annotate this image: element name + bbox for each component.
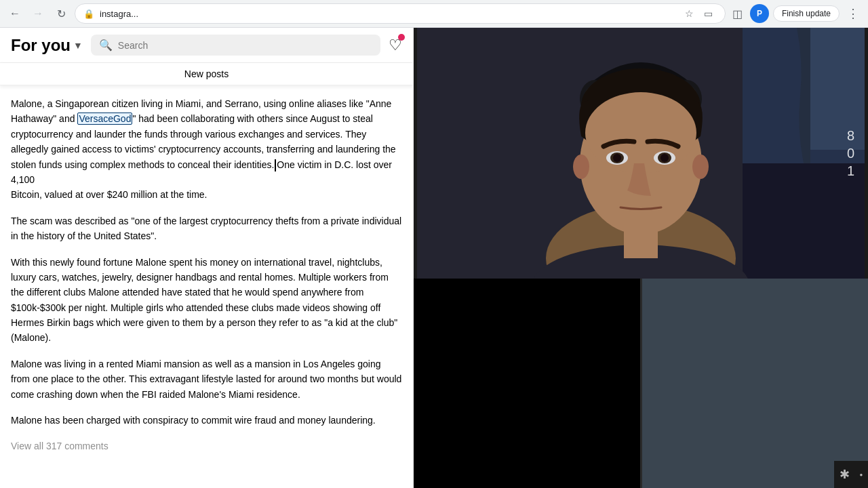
address-bar-actions: ☆ ▭ xyxy=(682,5,717,22)
paragraph-3: With this newly found fortune Malone spe… xyxy=(11,255,402,346)
video-bottom-grid xyxy=(414,279,868,488)
video-number-8: 8 xyxy=(847,127,854,144)
chevron-down-icon: ▼ xyxy=(73,40,83,51)
video-bottom-left xyxy=(414,279,640,488)
more-options-button[interactable]: ⋮ xyxy=(844,4,863,23)
paragraph-4: Malone was living in a rented Miami mans… xyxy=(11,357,402,402)
person-video xyxy=(414,28,868,279)
browser-toolbar: ← → ↻ 🔒 ☆ ▭ ◫ P Finish update ⋮ xyxy=(0,0,868,27)
notification-badge xyxy=(398,34,405,41)
article-text: Malone, a Singaporean citizen living in … xyxy=(11,96,402,454)
instagram-header: For you ▼ 🔍 ♡ xyxy=(0,28,413,63)
video-panel: 8 0 1 ✱ ● xyxy=(414,28,868,488)
new-posts-banner[interactable]: New posts xyxy=(0,63,413,85)
url-input[interactable] xyxy=(100,9,676,19)
article-content: Malone, a Singaporean citizen living in … xyxy=(0,85,413,488)
instagram-panel: For you ▼ 🔍 ♡ New posts Malone, a Singap… xyxy=(0,28,414,488)
paragraph-5: Malone has been charged with conspiracy … xyxy=(11,413,402,428)
bottom-bar: ✱ ● xyxy=(834,461,868,488)
video-top: 8 0 1 xyxy=(414,28,868,279)
cast-icon[interactable]: ▭ xyxy=(701,5,717,22)
video-number-0: 0 xyxy=(847,145,854,161)
browser-chrome: ← → ↻ 🔒 ☆ ▭ ◫ P Finish update ⋮ xyxy=(0,0,868,28)
finish-update-button[interactable]: Finish update xyxy=(773,5,840,22)
view-comments-button[interactable]: View all 317 comments xyxy=(11,439,402,453)
video-numbers: 8 0 1 xyxy=(847,127,854,179)
paragraph-1: Malone, a Singaporean citizen living in … xyxy=(11,96,402,203)
feed-title-text: For you xyxy=(11,36,71,55)
dot-icon: ● xyxy=(860,472,863,478)
profile-button[interactable]: P xyxy=(750,4,769,23)
new-posts-label: New posts xyxy=(184,68,229,79)
feed-title[interactable]: For you ▼ xyxy=(11,36,83,55)
asterisk-icon[interactable]: ✱ xyxy=(840,467,850,482)
bookmark-icon[interactable]: ☆ xyxy=(682,5,698,22)
text-cursor xyxy=(275,159,276,171)
main-area: For you ▼ 🔍 ♡ New posts Malone, a Singap… xyxy=(0,28,868,488)
notifications-button[interactable]: ♡ xyxy=(389,37,402,54)
versacegod-link[interactable]: VersaceGod xyxy=(77,113,132,125)
search-input[interactable] xyxy=(118,40,372,51)
refresh-button[interactable]: ↻ xyxy=(52,4,71,23)
svg-rect-22 xyxy=(417,28,865,279)
extensions-icon[interactable]: ◫ xyxy=(730,5,746,22)
lock-icon: 🔒 xyxy=(83,9,94,19)
search-bar[interactable]: 🔍 xyxy=(91,35,380,56)
finish-update-label: Finish update xyxy=(782,9,831,18)
paragraph-2: The scam was described as "one of the la… xyxy=(11,214,402,244)
video-number-1: 1 xyxy=(847,163,854,179)
video-bottom-right xyxy=(642,279,869,488)
forward-button[interactable]: → xyxy=(28,4,47,23)
address-bar[interactable]: 🔒 ☆ ▭ xyxy=(75,3,726,24)
back-button[interactable]: ← xyxy=(5,4,24,23)
search-icon: 🔍 xyxy=(99,39,113,52)
view-comments-label: View all 317 comments xyxy=(11,441,108,451)
